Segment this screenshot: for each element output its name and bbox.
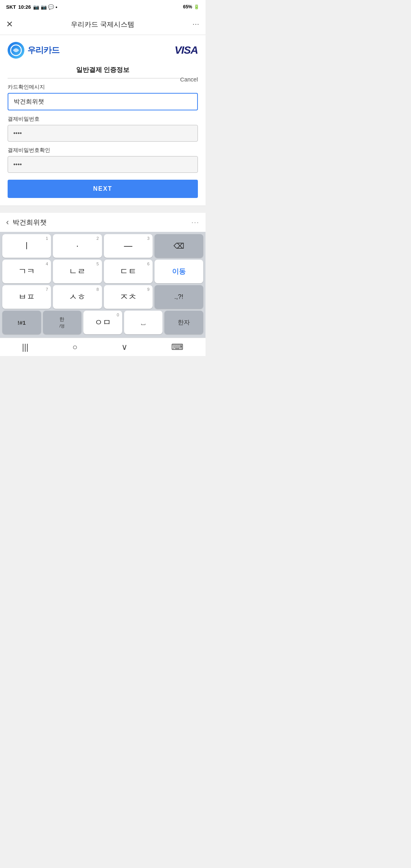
- nav-home-button[interactable]: ○: [72, 342, 77, 352]
- field3-label: 결제비밀번호확인: [8, 147, 198, 154]
- key-ieung[interactable]: 1 ㅣ: [2, 234, 51, 258]
- ime-back-button[interactable]: ‹: [6, 217, 9, 227]
- key-row-3: 7 ㅂㅍ 8 ㅅㅎ 9 ㅈㅊ .,?!: [2, 285, 204, 309]
- nav-menu-button[interactable]: |||: [22, 342, 29, 352]
- app-title: 우리카드 국제시스템: [71, 20, 134, 29]
- logo-circle: [8, 42, 24, 59]
- symbol-key[interactable]: !#1: [2, 311, 41, 334]
- status-icons: 📷 📷 💬 •: [33, 4, 57, 10]
- payment-password-input[interactable]: [8, 125, 198, 142]
- key-om[interactable]: 0 ㅇㅁ: [83, 311, 122, 334]
- carrier-text: SKT: [6, 4, 16, 10]
- card-header: 우리카드 VISA: [8, 42, 198, 59]
- key-dot[interactable]: 2 ·: [53, 234, 102, 258]
- key-gk[interactable]: 4 ㄱㅋ: [2, 260, 51, 283]
- nav-down-button[interactable]: ∨: [121, 342, 127, 352]
- key-nr[interactable]: 5 ㄴㄹ: [53, 260, 102, 283]
- key-jc[interactable]: 9 ㅈㅊ: [104, 285, 153, 309]
- space-key[interactable]: ⎵: [124, 311, 163, 334]
- key-dash[interactable]: 3 —: [104, 234, 153, 258]
- move-key[interactable]: 이동: [155, 260, 203, 283]
- field1-label: 카드확인메시지: [8, 84, 198, 91]
- backspace-key[interactable]: ⌫: [155, 234, 203, 258]
- nav-keyboard-button[interactable]: ⌨: [171, 342, 183, 352]
- status-right: 65% 🔋: [183, 4, 199, 10]
- card-message-input[interactable]: [8, 93, 198, 110]
- key-row-2: 4 ㄱㅋ 5 ㄴㄹ 6 ㄷㅌ 이동: [2, 260, 204, 283]
- ime-current-text: 박건희위챗: [13, 218, 47, 227]
- keyboard: 1 ㅣ 2 · 3 — ⌫ 4 ㄱㅋ 5 ㄴㄹ 6 ㄷㅌ 이동: [0, 232, 206, 338]
- card-form: 우리카드 VISA Cancel 일반결제 인증정보 카드확인메시지 결제비밀번…: [0, 35, 206, 206]
- key-sh[interactable]: 8 ㅅㅎ: [53, 285, 102, 309]
- key-row-1: 1 ㅣ 2 · 3 — ⌫: [2, 234, 204, 258]
- form-title: 일반결제 인증정보: [8, 65, 198, 78]
- key-dt[interactable]: 6 ㄷㅌ: [104, 260, 153, 283]
- punctuation-key[interactable]: .,?!: [155, 285, 203, 309]
- hanja-key[interactable]: 한자: [164, 311, 203, 334]
- ime-more-button[interactable]: ···: [191, 219, 199, 227]
- key-bp[interactable]: 7 ㅂㅍ: [2, 285, 51, 309]
- time-text: 10:26: [18, 4, 31, 10]
- woori-text: 우리카드: [27, 45, 59, 56]
- key-row-4: !#1 한/영 0 ㅇㅁ ⎵ 한자: [2, 311, 204, 334]
- more-button[interactable]: ···: [193, 20, 199, 28]
- app-bar: ✕ 우리카드 국제시스템 ···: [0, 14, 206, 35]
- battery-text: 65%: [183, 4, 192, 10]
- next-button[interactable]: NEXT: [8, 180, 198, 198]
- visa-logo: VISA: [175, 44, 198, 56]
- field2-label: 결제비밀번호: [8, 116, 198, 123]
- woori-logo: 우리카드: [8, 42, 59, 59]
- status-left: SKT 10:26 📷 📷 💬 •: [6, 4, 57, 10]
- close-button[interactable]: ✕: [6, 19, 13, 29]
- bottom-nav: ||| ○ ∨ ⌨: [0, 338, 206, 356]
- payment-password-confirm-input[interactable]: [8, 156, 198, 173]
- status-bar: SKT 10:26 📷 📷 💬 • 65% 🔋: [0, 0, 206, 14]
- lang-switch-key[interactable]: 한/영: [43, 311, 82, 334]
- ime-bar: ‹ 박건희위챗 ···: [0, 213, 206, 232]
- cancel-button[interactable]: Cancel: [180, 76, 198, 83]
